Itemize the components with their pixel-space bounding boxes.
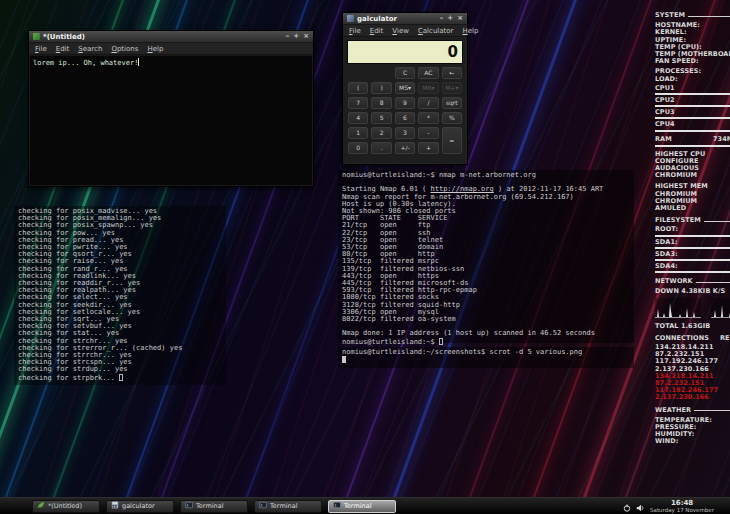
calc-key-/[interactable]: / (418, 97, 438, 109)
conky-filesystem-bars: ROOT:SDA1:SDA3:SDA4: (655, 226, 730, 273)
conky-network-graphs (655, 298, 730, 320)
calc-key-sqrt[interactable]: sqrt (442, 97, 462, 109)
calc-key-9[interactable]: 9 (395, 97, 415, 109)
clock-time: 16:48 (650, 500, 714, 507)
terminal-scrot-output: nomius@turtleisland:~/screenshots$ scrot… (342, 349, 630, 364)
taskbar-task-list: *(Untitled)galculatorTerminalTerminalTer… (32, 500, 396, 513)
conky-filesystem-row: ROOT: (655, 226, 730, 236)
editor-menubar: FileEditSearchOptionsHelp (29, 43, 313, 55)
calculator-window: galculator –+× FileEditViewCalculatorHel… (342, 12, 468, 165)
calc-key-8[interactable]: 8 (371, 97, 391, 109)
power-icon[interactable] (623, 497, 631, 514)
calc-key-.[interactable]: . (371, 142, 391, 154)
calc-key-)[interactable]: ) (371, 82, 391, 94)
terminal-icon (333, 501, 341, 511)
taskbar-task-terminal[interactable]: Terminal (180, 500, 248, 513)
terminal-nmap-output: nomius@turtleisland:~$ nmap m-net.arborn… (342, 172, 630, 346)
menu-edit[interactable]: Edit (56, 45, 70, 53)
menu-view[interactable]: View (392, 27, 409, 35)
conky-section-system: SYSTEM (655, 12, 730, 19)
menu-help[interactable]: Help (463, 27, 479, 35)
conky-cpu-row: CPU2 (655, 97, 730, 107)
menu-options[interactable]: Options (111, 45, 138, 53)
close-button[interactable]: × (457, 15, 463, 22)
maximize-button[interactable]: + (293, 33, 299, 40)
calc-key-0[interactable]: 0 (348, 142, 368, 154)
conky-cpu-row: CPU3 (655, 109, 730, 119)
conky-highest-cpu-list: CONFIGURE AUDACIOUS CHROMIUM (655, 158, 730, 180)
calc-key-←[interactable]: ← (442, 67, 462, 79)
calculator-titlebar[interactable]: galculator –+× (343, 13, 467, 25)
taskbar: *(Untitled)galculatorTerminalTerminalTer… (0, 497, 730, 514)
taskbar-task--untitled-[interactable]: *(Untitled) (32, 500, 100, 513)
calc-key-=[interactable]: = (442, 127, 462, 154)
calculator-window-controls: –+× (440, 15, 463, 22)
menu-file[interactable]: File (349, 27, 361, 35)
calc-key-MR▾[interactable]: MR▾ (418, 82, 438, 94)
minimize-button[interactable]: – (286, 33, 290, 40)
calc-key-4[interactable]: 4 (348, 112, 368, 124)
editor-titlebar[interactable]: *(Untitled) –+× (29, 31, 313, 43)
conky-connections-header: CONNECTIONS REMOTE (655, 335, 730, 343)
calc-key-+/-[interactable]: +/- (395, 142, 415, 154)
text-caret (138, 58, 139, 66)
conky-cpu-bars: CPU1CPU2CPU3CPU4 (655, 85, 730, 132)
close-button[interactable]: × (303, 33, 309, 40)
maximize-button[interactable]: + (447, 15, 453, 22)
calculator-menubar: FileEditViewCalculatorHelp (343, 25, 467, 37)
task-label: Terminal (196, 502, 223, 510)
calc-key-6[interactable]: 6 (395, 112, 415, 124)
terminal-scrot[interactable]: nomius@turtleisland:~/screenshots$ scrot… (338, 347, 634, 368)
menu-search[interactable]: Search (78, 45, 102, 53)
calc-key-3[interactable]: 3 (395, 127, 415, 139)
calc-key-%[interactable]: % (442, 112, 462, 124)
conky-ram-bar (655, 145, 730, 147)
editor-text-area[interactable]: lorem ip... Oh, whatever! (30, 56, 312, 185)
conky-filesystem-row: SDA1: (655, 239, 730, 249)
terminal-configure-output: checking for posix_madvise... yes checki… (18, 208, 222, 382)
menu-calculator[interactable]: Calculator (418, 27, 454, 35)
conky-remote-header: REMOTE (720, 335, 730, 342)
calc-key-+[interactable]: + (418, 142, 438, 154)
calculator-keypad: CAC←()MS▾MR▾M+▾789/sqrt456*%123-=0.+/-+ (348, 67, 462, 154)
task-label: Terminal (270, 502, 297, 510)
conky-connections-remote: 134.218.14.211 87.2.232.151 117.192.246.… (655, 373, 730, 402)
terminal-cursor (439, 338, 443, 345)
calc-key-C[interactable]: C (395, 67, 415, 79)
clock[interactable]: 16:48 Saturday 17 November (650, 500, 714, 513)
menu-file[interactable]: File (35, 45, 47, 53)
terminal-nmap[interactable]: nomius@turtleisland:~$ nmap m-net.arborn… (338, 170, 634, 343)
calc-key-*[interactable]: * (418, 112, 438, 124)
calculator-icon (111, 501, 119, 511)
conky-ram-value: 734MB (713, 136, 730, 143)
terminal-icon (185, 501, 193, 511)
menu-help[interactable]: Help (147, 45, 163, 53)
taskbar-task-galculator[interactable]: galculator (106, 500, 174, 513)
calc-key-2[interactable]: 2 (371, 127, 391, 139)
conky-down-label: DOWN 4.38KIB K/S (655, 288, 730, 295)
calculator-app-icon (347, 15, 354, 22)
taskbar-task-terminal[interactable]: Terminal (328, 500, 396, 513)
calc-key-([interactable]: ( (348, 82, 368, 94)
terminal-configure[interactable]: checking for posix_madvise... yes checki… (14, 206, 226, 385)
download-graph (655, 298, 701, 318)
conky-highest-mem-list: CHROMIUM CHROMIUM AMULED (655, 191, 730, 213)
calc-key-7[interactable]: 7 (348, 97, 368, 109)
conky-filesystem-row: SDA4: (655, 263, 730, 273)
calc-key-5[interactable]: 5 (371, 112, 391, 124)
editor-text: lorem ip... Oh, whatever! (33, 59, 138, 67)
taskbar-task-terminal[interactable]: Terminal (254, 500, 322, 513)
terminal-cursor (119, 374, 123, 381)
calc-key-1[interactable]: 1 (348, 127, 368, 139)
conky-cpu-row: CPU1 (655, 85, 730, 95)
terminal-icon (259, 501, 267, 511)
calc-key-AC[interactable]: AC (418, 67, 438, 79)
speaker-icon[interactable] (636, 497, 645, 514)
calc-key-M+▾[interactable]: M+▾ (442, 82, 462, 94)
editor-window-controls: –+× (286, 33, 309, 40)
calc-key--[interactable]: - (418, 127, 438, 139)
minimize-button[interactable]: – (440, 15, 444, 22)
menu-edit[interactable]: Edit (370, 27, 384, 35)
calc-key-MS▾[interactable]: MS▾ (395, 82, 415, 94)
editor-window-title: *(Untitled) (43, 33, 283, 41)
